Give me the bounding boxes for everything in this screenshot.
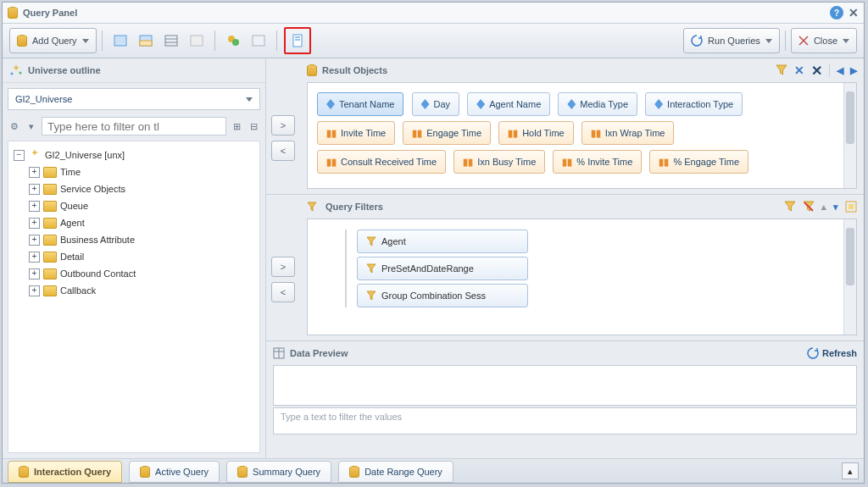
view-3-icon[interactable]: [160, 30, 182, 52]
expand-plus-icon[interactable]: ⊞: [230, 119, 243, 133]
add-query-button[interactable]: Add Query: [9, 28, 97, 53]
result-object-chip[interactable]: ▮▮Ixn Busy Time: [453, 150, 545, 174]
chip-label: % Engage Time: [673, 157, 739, 167]
expand-icon[interactable]: +: [29, 201, 40, 212]
refresh-button[interactable]: Refresh: [807, 347, 857, 359]
wrench-icon[interactable]: ⚙: [8, 119, 21, 133]
delete-all-icon[interactable]: ✕: [811, 63, 822, 79]
database-icon: [8, 7, 18, 19]
expand-icon[interactable]: +: [29, 218, 40, 229]
filter-icon[interactable]: [784, 201, 796, 213]
result-object-chip[interactable]: Agent Name: [467, 92, 550, 116]
chip-label: Group Combination Sess: [381, 291, 486, 301]
result-object-chip[interactable]: Media Type: [558, 92, 637, 116]
result-object-chip[interactable]: ▮▮% Invite Time: [553, 150, 642, 174]
tree-item[interactable]: +Time: [29, 163, 254, 180]
expand-icon[interactable]: +: [29, 285, 40, 296]
prev-icon[interactable]: ◀: [837, 65, 843, 76]
chip-label: Hold Time: [522, 128, 565, 138]
tree-item[interactable]: +Callback: [29, 282, 254, 299]
tree-item[interactable]: +Business Attribute: [29, 231, 254, 248]
refresh-label: Refresh: [822, 348, 857, 358]
expand-icon[interactable]: +: [29, 184, 40, 195]
tree-item-label: Queue: [60, 201, 88, 211]
expand-icon[interactable]: +: [29, 252, 40, 263]
refresh-icon: [807, 347, 819, 359]
close-button[interactable]: Close: [791, 28, 857, 53]
dimension-icon: [476, 99, 485, 109]
next-icon[interactable]: ▶: [850, 65, 857, 76]
up-icon[interactable]: ▴: [821, 202, 826, 213]
universe-select[interactable]: GI2_Universe: [8, 88, 260, 110]
svg-rect-11: [295, 36, 300, 38]
add-to-filters-button[interactable]: >: [271, 257, 295, 277]
collapse-icon[interactable]: −: [14, 150, 25, 161]
down-icon[interactable]: ▾: [833, 202, 838, 213]
scrollbar[interactable]: [843, 219, 856, 335]
remove-from-results-button[interactable]: <: [271, 141, 295, 161]
run-queries-button[interactable]: Run Queries: [683, 28, 780, 53]
add-to-results-button[interactable]: >: [271, 115, 295, 136]
filter-chip[interactable]: PreSetAndDateRange: [357, 257, 528, 280]
filter-chip[interactable]: Agent: [357, 230, 528, 253]
view-2-icon[interactable]: [135, 30, 157, 52]
expand-icon[interactable]: +: [29, 235, 40, 246]
tree-item[interactable]: +Queue: [29, 197, 254, 214]
universe-tree[interactable]: − GI2_Universe [unx] +Time +Service Obje…: [8, 141, 260, 453]
highlighted-document-icon[interactable]: [284, 27, 311, 54]
nested-icon[interactable]: [845, 201, 857, 213]
expand-icon[interactable]: +: [29, 268, 40, 279]
query-tab[interactable]: Summary Query: [226, 461, 331, 483]
query-filters-body[interactable]: Agent PreSetAndDateRange Group Combinati…: [307, 219, 857, 335]
delete-filter-icon[interactable]: [803, 201, 815, 213]
query-tab[interactable]: Interaction Query: [8, 461, 122, 483]
collapse-minus-icon[interactable]: ⊟: [247, 119, 260, 133]
scrollbar[interactable]: [843, 83, 856, 188]
query-tab[interactable]: Active Query: [129, 461, 220, 483]
result-objects-body[interactable]: Tenant Name Day Agent Name Media Type In…: [307, 82, 857, 189]
result-object-chip[interactable]: ▮▮Engage Time: [403, 121, 491, 145]
help-icon[interactable]: ?: [830, 6, 843, 19]
tree-item-label: Business Attribute: [60, 235, 135, 245]
result-object-chip[interactable]: ▮▮Consult Received Time: [317, 150, 446, 174]
data-preview-filter-input[interactable]: Type a text to filter the values: [273, 407, 857, 434]
result-object-chip[interactable]: ▮▮Ixn Wrap Time: [581, 121, 675, 145]
query-tabs: Interaction Query Active Query Summary Q…: [3, 458, 864, 483]
tree-item[interactable]: +Service Objects: [29, 180, 254, 197]
result-object-chip[interactable]: Tenant Name: [317, 92, 403, 116]
database-icon: [307, 64, 317, 76]
funnel-icon: [366, 263, 376, 274]
close-icon[interactable]: ✕: [849, 6, 859, 19]
expand-icon[interactable]: +: [29, 167, 40, 178]
dimension-icon: [421, 99, 430, 109]
result-object-chip[interactable]: ▮▮Hold Time: [498, 121, 574, 145]
tree-root[interactable]: − GI2_Universe [unx]: [14, 147, 254, 163]
query-tab[interactable]: Date Range Query: [338, 461, 453, 483]
view-4-icon[interactable]: [186, 30, 208, 52]
data-preview-title: Data Preview: [290, 348, 348, 358]
result-object-chip[interactable]: Day: [412, 92, 460, 116]
view-1-icon[interactable]: [109, 30, 131, 52]
universe-filter-input[interactable]: [42, 117, 226, 136]
tree-item[interactable]: +Outbound Contact: [29, 265, 254, 282]
result-object-chip[interactable]: ▮▮% Engage Time: [649, 150, 748, 174]
result-object-chip[interactable]: ▮▮Invite Time: [317, 121, 395, 145]
remove-from-filters-button[interactable]: <: [271, 282, 295, 302]
database-icon: [349, 466, 359, 478]
preview-icon[interactable]: [248, 30, 270, 52]
universe-filter-row: ⚙ ▾ ⊞ ⊟: [3, 115, 265, 137]
result-object-chip[interactable]: Interaction Type: [645, 92, 743, 116]
tree-item[interactable]: +Agent: [29, 214, 254, 231]
delete-icon[interactable]: ✕: [794, 64, 804, 77]
dropdown-caret-icon[interactable]: ▾: [25, 119, 38, 133]
tree-item-label: Detail: [60, 252, 84, 262]
filter-icon[interactable]: [776, 64, 787, 76]
tabs-collapse-button[interactable]: ▴: [842, 462, 859, 479]
dimension-icon: [654, 99, 663, 109]
tree-item[interactable]: +Detail: [29, 248, 254, 265]
result-objects-title: Result Objects: [322, 65, 387, 75]
filter-chip[interactable]: Group Combination Sess: [357, 284, 528, 307]
close-label: Close: [814, 36, 837, 46]
tree-root-label: GI2_Universe [unx]: [45, 150, 125, 160]
link-icon[interactable]: [222, 30, 244, 52]
